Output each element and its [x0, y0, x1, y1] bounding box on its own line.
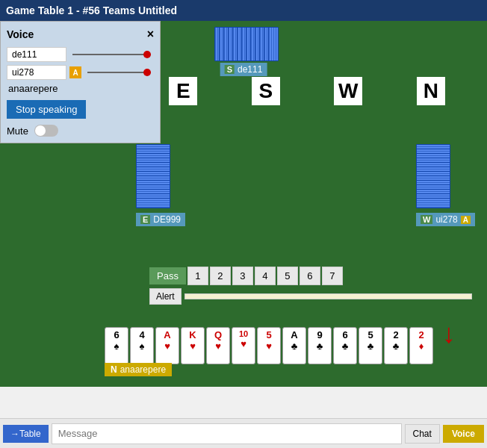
card-back — [268, 27, 279, 61]
message-input[interactable] — [52, 423, 402, 444]
page-title: Game Table 1 - #56 Teams Untitled — [6, 4, 177, 16]
hand-card-11[interactable]: 2♣ — [384, 327, 408, 364]
voice-slider-de111[interactable] — [69, 54, 154, 55]
north-position-badge: S — [225, 65, 235, 74]
voice-user-anaa: anaarepere — [7, 83, 154, 94]
voice-panel-header: Voice × — [7, 28, 154, 41]
stop-speaking-button[interactable]: Stop speaking — [7, 100, 86, 119]
hand-card-3[interactable]: K♥ — [181, 327, 205, 364]
voice-panel-title: Voice — [7, 28, 34, 40]
dir-s: S — [252, 77, 280, 105]
west-player-label: W ui278 A — [416, 213, 475, 226]
west-card-stack — [416, 144, 475, 202]
hand-card-0[interactable]: 6♠ — [105, 327, 128, 364]
north-player-label: S de111 — [220, 63, 267, 76]
west-player-name: ui278 — [435, 214, 457, 225]
north-player-name: de111 — [238, 64, 262, 75]
voice-user-row-ui278: ui278 A — [7, 65, 154, 80]
explain-box[interactable] — [184, 293, 472, 299]
chat-button[interactable]: Chat — [405, 424, 440, 444]
hand-card-10[interactable]: 5♣ — [359, 327, 382, 364]
alert-row: Alert — [149, 288, 472, 305]
east-player-name: DE999 — [153, 214, 181, 225]
hand-card-9[interactable]: 6♣ — [333, 327, 357, 364]
east-position-badge: E — [140, 215, 150, 224]
bid-6-button[interactable]: 6 — [300, 267, 320, 285]
hand-card-6[interactable]: 5♥ — [257, 327, 281, 364]
hand-card-8[interactable]: 9♣ — [308, 327, 332, 364]
voice-user-name-de111: de111 — [7, 47, 66, 62]
mute-toggle[interactable] — [34, 125, 58, 137]
voice-slider-ui278[interactable] — [84, 72, 154, 73]
mute-row: Mute — [7, 125, 154, 137]
card-back — [416, 198, 450, 208]
toggle-knob — [35, 125, 46, 136]
hand-card-2[interactable]: A♥ — [155, 327, 179, 364]
direction-labels: E S W N — [142, 77, 472, 105]
hand-card-1[interactable]: 4♠ — [130, 327, 154, 364]
title-bar: Game Table 1 - #56 Teams Untitled — [0, 0, 487, 21]
east-player-label: E DE999 — [136, 213, 185, 226]
bidding-area: Pass 1 2 3 4 5 6 7 Alert — [149, 267, 472, 305]
bid-7-button[interactable]: 7 — [322, 267, 343, 285]
bid-5-button[interactable]: 5 — [277, 267, 298, 285]
game-area: Voice × de111 ui278 A anaarepere Stop sp… — [0, 21, 487, 387]
voice-slider-dot — [143, 51, 151, 58]
voice-user-name-ui278: ui278 — [7, 65, 66, 80]
bottom-bar: →Table Chat Voice — [0, 418, 487, 448]
table-button[interactable]: →Table — [3, 425, 49, 443]
south-position-badge: N — [111, 364, 117, 375]
down-arrow-icon: ↓ — [442, 318, 456, 349]
hand-card-5[interactable]: 10♥ — [232, 327, 255, 364]
hand-area: 6♠ 4♠ A♥ K♥ Q♥ 10♥ 5♥ A♣ 9♣ 6♣ 5♣ 2♣ 2♦ — [105, 327, 480, 364]
voice-panel: Voice × de111 ui278 A anaarepere Stop sp… — [0, 21, 161, 143]
east-player-area: E DE999 — [136, 144, 185, 226]
bid-2-button[interactable]: 2 — [210, 267, 231, 285]
voice-slider-dot-ui278 — [143, 69, 151, 76]
bid-row: Pass 1 2 3 4 5 6 7 — [149, 267, 472, 285]
east-card-stack — [136, 144, 185, 202]
dir-n: N — [417, 77, 445, 105]
west-player-area: W ui278 A — [416, 144, 475, 226]
west-player-icon: A — [461, 216, 471, 224]
voice-user-row-de111: de111 — [7, 47, 154, 62]
voice-user-icon-ui278: A — [69, 66, 81, 78]
voice-button[interactable]: Voice — [443, 425, 484, 443]
west-position-badge: W — [421, 215, 432, 224]
bid-3-button[interactable]: 3 — [232, 267, 253, 285]
bid-4-button[interactable]: 4 — [255, 267, 276, 285]
south-player-label: N anaarepere — [105, 363, 172, 376]
hand-card-7[interactable]: A♣ — [282, 327, 306, 364]
dir-e: E — [169, 77, 197, 105]
voice-close-button[interactable]: × — [147, 28, 154, 41]
bid-1-button[interactable]: 1 — [187, 267, 208, 285]
voice-slider-line-ui278 — [87, 72, 151, 73]
pass-button[interactable]: Pass — [149, 267, 186, 284]
voice-slider-line — [72, 54, 151, 55]
hand-card-4[interactable]: Q♥ — [206, 327, 230, 364]
alert-button[interactable]: Alert — [149, 288, 182, 305]
mute-label: Mute — [7, 125, 28, 137]
south-player-name: anaarepere — [120, 364, 166, 375]
north-card-stack — [214, 27, 273, 61]
hand-card-12[interactable]: 2♦ — [409, 327, 433, 364]
card-back — [136, 198, 170, 208]
dir-w: W — [334, 77, 362, 105]
